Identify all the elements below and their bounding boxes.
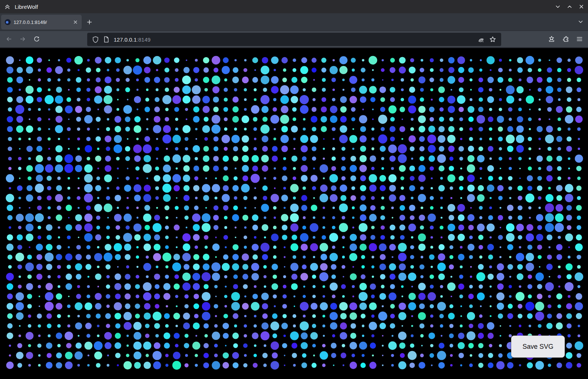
window-controls (553, 2, 586, 11)
chevron-down-icon (555, 4, 561, 10)
reload-button[interactable] (32, 34, 42, 44)
bookmark-star-icon[interactable] (489, 35, 497, 43)
maximize-button[interactable] (565, 2, 574, 11)
page-info-icon[interactable] (103, 36, 110, 43)
tab-title: 127.0.0.1:8149/ (14, 20, 72, 25)
app-icon (4, 3, 11, 10)
forward-button[interactable] (18, 34, 28, 44)
minimize-button[interactable] (553, 2, 562, 11)
menu-button[interactable] (574, 34, 585, 44)
url-bar[interactable]: 127.0.0.1:8149 (87, 33, 501, 46)
forward-arrow-icon (20, 36, 26, 42)
tab-close-button[interactable] (72, 19, 79, 25)
tab-favicon-icon (5, 19, 11, 25)
star-on-tray-icon (548, 35, 555, 43)
save-svg-button[interactable]: Save SVG (511, 336, 565, 358)
url-text: 127.0.0.1:8149 (114, 36, 150, 43)
tab-bar: 127.0.0.1:8149/ (0, 13, 588, 31)
extensions-button[interactable] (560, 34, 571, 44)
bookmarks-tray-button[interactable] (546, 34, 557, 44)
back-button[interactable] (4, 34, 14, 44)
back-arrow-icon (6, 36, 12, 42)
close-button[interactable] (577, 2, 586, 11)
page-content: Save SVG (0, 48, 588, 379)
tab-localhost[interactable]: 127.0.0.1:8149/ (1, 15, 82, 29)
plus-icon (86, 19, 92, 25)
close-icon (73, 20, 78, 24)
window-title: LibreWolf (15, 4, 38, 10)
reload-icon (33, 36, 40, 42)
list-all-tabs-button[interactable] (576, 17, 585, 26)
chevron-down-icon (578, 19, 584, 25)
puzzle-piece-icon (562, 35, 569, 43)
new-tab-button[interactable] (85, 18, 94, 27)
url-host: 127.0.0.1 (114, 36, 137, 43)
shield-icon[interactable] (92, 36, 99, 43)
hamburger-icon (576, 36, 583, 42)
fingerprint-protection-icon[interactable] (477, 35, 485, 43)
titlebar: LibreWolf (0, 0, 588, 13)
chevron-up-icon (567, 4, 573, 10)
url-port: :8149 (137, 36, 151, 43)
navigation-toolbar: 127.0.0.1:8149 (0, 31, 588, 48)
dot-field (0, 48, 588, 379)
close-icon (578, 4, 584, 10)
